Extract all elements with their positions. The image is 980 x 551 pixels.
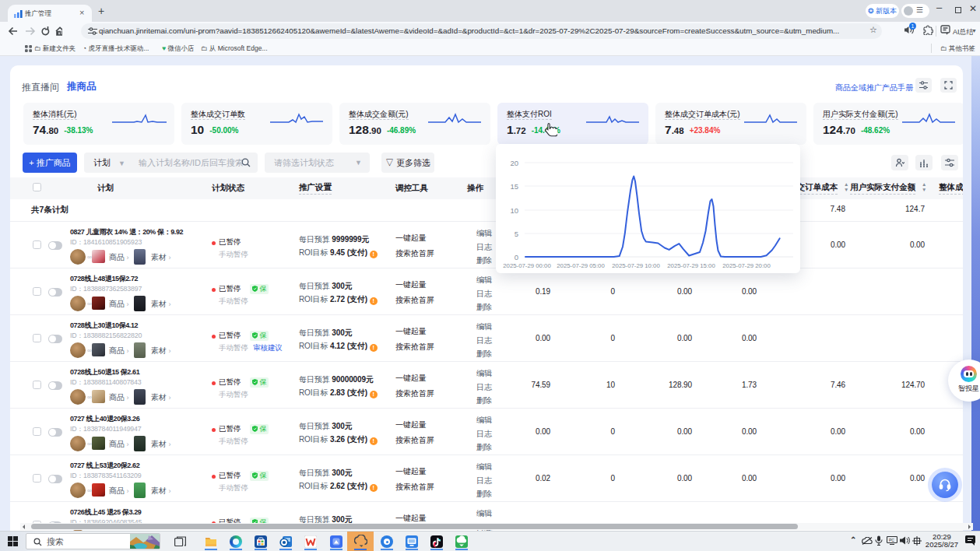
svg-text:2025-07-29 00:00: 2025-07-29 00:00 [503,262,551,269]
svg-text:15: 15 [510,182,518,191]
svg-text:20: 20 [510,159,518,167]
svg-text:10: 10 [510,206,518,215]
svg-text:2025-07-29 20:00: 2025-07-29 20:00 [722,262,771,269]
svg-text:2025-07-29 15:00: 2025-07-29 15:00 [667,262,715,269]
svg-text:0: 0 [515,253,518,261]
svg-text:PC: PC [889,538,894,542]
svg-text:5: 5 [515,230,518,238]
svg-text:2025-07-29 05:00: 2025-07-29 05:00 [557,262,605,269]
svg-text:2025-07-29 10:00: 2025-07-29 10:00 [612,262,660,269]
